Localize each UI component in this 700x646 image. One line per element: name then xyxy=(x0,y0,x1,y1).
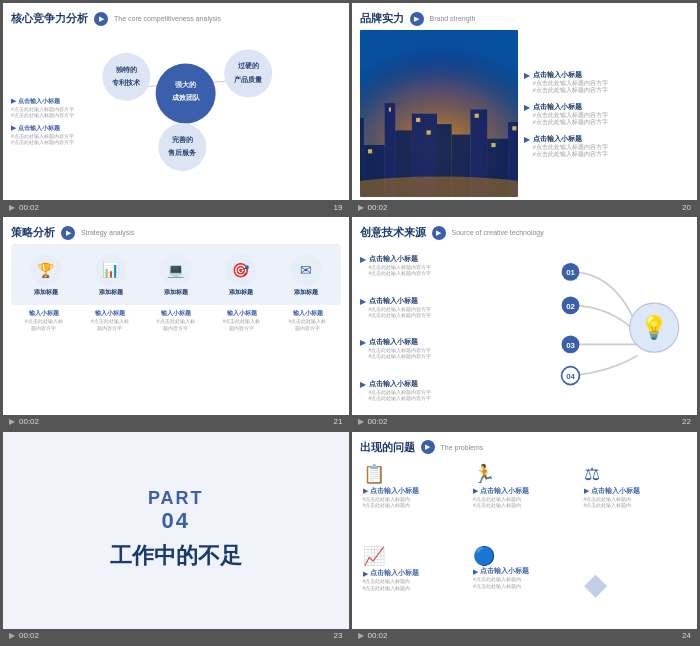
city-overlay xyxy=(360,30,518,197)
svg-rect-36 xyxy=(512,126,516,130)
svg-text:售后服务: 售后服务 xyxy=(168,148,197,156)
strategy-icon-3: 💻 添加标题 xyxy=(160,254,192,297)
prob-title-row-1: ▶ 点击输入小标题 xyxy=(363,487,419,496)
slide-22-arrow: ▶ xyxy=(432,226,446,240)
strategy-icon-4: 🎯 添加标题 xyxy=(225,254,257,297)
play-icon: ▶ xyxy=(9,417,15,426)
slide-22: 创意技术来源 ▶ Source of creative technology ▶… xyxy=(352,217,698,428)
svg-rect-31 xyxy=(388,107,390,111)
slide-22-title-en: Source of creative technology xyxy=(452,229,544,236)
svg-text:完善的: 完善的 xyxy=(172,135,193,144)
slide-24-arrow: ▶ xyxy=(421,440,435,454)
brand-items: ▶ 点击输入小标题 #点击此处输入标题内容方字 #点击此处输入标题内容方字 ▶ … xyxy=(524,30,689,197)
svg-text:专利技术: 专利技术 xyxy=(112,78,141,87)
slide-number: 20 xyxy=(682,203,691,212)
prob-icon-4: 📈 xyxy=(363,545,385,567)
brand-item-3: ▶ 点击输入小标题 #点击此处输入标题内容方字 #点击此处输入标题内容方字 xyxy=(524,134,689,158)
strategy-icon-5: ✉ 添加标题 xyxy=(290,254,322,297)
problem-item-1: 📋 ▶ 点击输入小标题 #点击此处输入标题内 #点击此处输入标题内 xyxy=(360,461,469,542)
tech-arrow-2: ▶ xyxy=(360,297,366,306)
tech-arrow-3: ▶ xyxy=(360,338,366,347)
problem-item-5: 🔵 ▶ 点击输入小标题 #点击此处输入标题内 #点击此处输入标题内 xyxy=(470,543,579,624)
strategy-icons: 🏆 添加标题 📊 添加标题 💻 添加标题 🎯 添加标题 ✉ 添加标题 xyxy=(13,254,339,297)
svg-rect-35 xyxy=(491,143,495,147)
slide-19-header: 核心竞争力分析 ▶ The core competitiveness analy… xyxy=(11,11,341,26)
slide-24-footer: ▶ 00:02 24 xyxy=(352,629,698,643)
strategy-desc-4: 输入小标题 #点击此处输入标题内容方字 xyxy=(212,309,271,331)
prob-icon-1: 📋 xyxy=(363,463,385,485)
tech-text-1: 点击输入小标题 #点击此处输入标题内容方字 #点击此处输入标题内容方字 xyxy=(369,255,432,276)
svg-rect-34 xyxy=(474,114,478,118)
strategy-icon-1: 🏆 添加标题 xyxy=(30,254,62,297)
slide-23: PART 04 工作中的不足 ▶ 00:02 23 xyxy=(3,432,349,643)
slide-21-footer: ▶ 00:02 21 xyxy=(3,415,349,429)
svg-text:成效团队: 成效团队 xyxy=(171,93,201,102)
play-icon: ▶ xyxy=(358,203,364,212)
slide-24-header: 出现的问题 ▶ The problems xyxy=(360,440,690,455)
slide-number: 22 xyxy=(682,417,691,426)
tech-item-1: ▶ 点击输入小标题 #点击此处输入标题内容方字 #点击此处输入标题内容方字 xyxy=(360,255,537,276)
tech-text-2: 点击输入小标题 #点击此处输入标题内容方字 #点击此处输入标题内容方字 xyxy=(369,297,432,318)
svg-rect-32 xyxy=(416,118,420,122)
strategy-desc-2: 输入小标题 #点击此处输入标题内容方字 xyxy=(80,309,139,331)
part-label: PART xyxy=(148,489,204,509)
slide-23-content: PART 04 工作中的不足 xyxy=(11,440,341,621)
slide-24-title-en: The problems xyxy=(441,444,484,451)
play-icon: ▶ xyxy=(9,203,15,212)
slide-20-content: ▶ 点击输入小标题 #点击此处输入标题内容方字 #点击此处输入标题内容方字 ▶ … xyxy=(360,30,690,197)
tech-item-3: ▶ 点击输入小标题 #点击此处输入标题内容方字 #点击此处输入标题内容方字 xyxy=(360,338,537,359)
slide-19-arrow: ▶ xyxy=(94,12,108,26)
prob-header-1: 📋 xyxy=(363,463,385,487)
slide-number: 24 xyxy=(682,631,691,640)
city-svg xyxy=(360,30,518,197)
tech-arrow-4: ▶ xyxy=(360,380,366,389)
svg-point-37 xyxy=(360,176,518,197)
footer-time: 00:02 xyxy=(368,417,388,426)
svg-text:04: 04 xyxy=(566,372,575,381)
slide-number: 19 xyxy=(334,203,343,212)
footer-time: 00:02 xyxy=(19,417,39,426)
slide-22-header: 创意技术来源 ▶ Source of creative technology xyxy=(360,225,690,240)
slide-22-title-cn: 创意技术来源 xyxy=(360,225,426,240)
problem-item-2: 🏃 ▶ 点击输入小标题 #点击此处输入标题内 #点击此处输入标题内 xyxy=(470,461,579,542)
slide-19-footer: ▶ 00:02 19 xyxy=(3,200,349,214)
tech-item-4: ▶ 点击输入小标题 #点击此处输入标题内容方字 #点击此处输入标题内容方字 xyxy=(360,380,537,401)
list-item: ▶ 点击输入小标题 #点击此处输入标题内容方字 #点击此处输入标题内容方字 xyxy=(11,97,74,118)
slide-21-arrow: ▶ xyxy=(61,226,75,240)
strategy-desc-5: 输入小标题 #点击此处输入标题内容方字 xyxy=(278,309,337,331)
strategy-desc-3: 输入小标题 #点击此处输入标题内容方字 xyxy=(146,309,205,331)
icon-circle-4: 🎯 xyxy=(225,254,257,286)
slide-21-title-cn: 策略分析 xyxy=(11,225,55,240)
prob-arrow-5: ▶ xyxy=(473,568,478,576)
tech-text-4: 点击输入小标题 #点击此处输入标题内容方字 #点击此处输入标题内容方字 xyxy=(369,380,432,401)
slide-21: 策略分析 ▶ Strategy analysis 🏆 添加标题 📊 添加标题 💻… xyxy=(3,217,349,428)
slide-21-header: 策略分析 ▶ Strategy analysis xyxy=(11,225,341,240)
icon-circle-3: 💻 xyxy=(160,254,192,286)
tech-items: ▶ 点击输入小标题 #点击此处输入标题内容方字 #点击此处输入标题内容方字 ▶ … xyxy=(360,244,537,411)
prob-icon-3: ⚖ xyxy=(584,463,600,485)
problem-item-3: ⚖ ▶ 点击输入小标题 #点击此处输入标题内 #点击此处输入标题内 xyxy=(581,461,690,542)
slide-20-title-cn: 品牌实力 xyxy=(360,11,404,26)
prob-arrow-3: ▶ xyxy=(584,487,589,495)
slide-number: 23 xyxy=(334,631,343,640)
brand-text-2: 点击输入小标题 #点击此处输入标题内容方字 #点击此处输入标题内容方字 xyxy=(533,102,608,126)
part-box: PART 04 xyxy=(148,489,204,533)
brand-arrow-3: ▶ xyxy=(524,135,530,144)
prob-icon-2: 🏃 xyxy=(473,463,495,485)
prob-arrow-4: ▶ xyxy=(363,570,368,578)
svg-text:💡: 💡 xyxy=(640,315,668,342)
slide-20-arrow: ▶ xyxy=(410,12,424,26)
slide-24: 出现的问题 ▶ The problems 📋 ▶ 点击输入小标题 #点击此处输入… xyxy=(352,432,698,643)
svg-text:独特的: 独特的 xyxy=(115,65,137,73)
problem-item-6: ◆ xyxy=(581,543,690,624)
play-icon: ▶ xyxy=(358,631,364,640)
problem-item-4: 📈 ▶ 点击输入小标题 #点击此处输入标题内 #点击此处输入标题内 xyxy=(360,543,469,624)
icon-circle-1: 🏆 xyxy=(30,254,62,286)
svg-text:过硬的: 过硬的 xyxy=(238,61,259,69)
brand-arrow-1: ▶ xyxy=(524,71,530,80)
city-image xyxy=(360,30,518,197)
slide-19-title-en: The core competitiveness analysis xyxy=(114,15,221,22)
brand-item-1: ▶ 点击输入小标题 #点击此处输入标题内容方字 #点击此处输入标题内容方字 xyxy=(524,70,689,94)
slide-23-footer: ▶ 00:02 23 xyxy=(3,629,349,643)
strategy-descs: 输入小标题 #点击此处输入标题内容方字 输入小标题 #点击此处输入标题内容方字 … xyxy=(11,309,341,331)
